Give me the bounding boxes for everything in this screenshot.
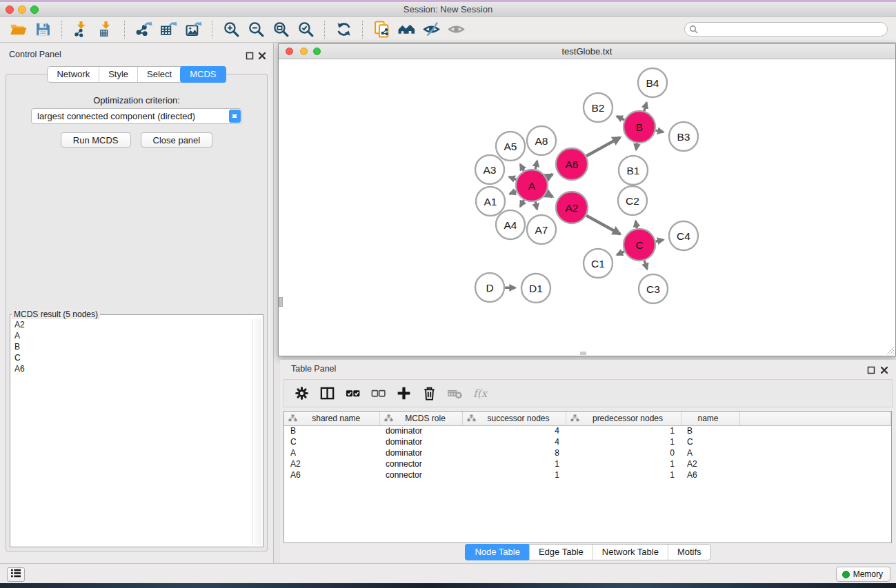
table-row[interactable]: Adominator80A [284,447,891,458]
network-window-titlebar[interactable]: testGlobe.txt [279,44,895,59]
mcds-result-item[interactable]: B [12,341,252,352]
import-table-icon[interactable] [95,19,116,40]
graph-edge-B-B3[interactable] [655,130,663,132]
graph-edge-A-A3[interactable] [509,177,516,180]
graph-node-A7[interactable]: A7 [527,215,556,244]
cell-MCDS-role[interactable]: connector [379,458,462,469]
graph-edge-C-C2[interactable] [636,221,637,229]
network-canvas[interactable]: B4B2BB3A8A5A6A3B1AC2A1A2A4A7C4CC1DD1C3 [279,59,895,356]
cell-successor-nodes[interactable]: 4 [462,425,566,436]
cell-predecessor-nodes[interactable]: 1 [566,436,681,447]
graph-edge-A2-C[interactable] [586,216,620,234]
tab-select[interactable]: Select [137,67,181,82]
graph-node-B3[interactable]: B3 [669,122,698,151]
graph-edge-A-A8[interactable] [535,161,537,169]
mcds-result-item[interactable]: A [12,330,252,341]
cell-shared-name[interactable]: B [284,425,379,436]
cell-shared-name[interactable]: C [284,436,379,447]
zoom-in-icon[interactable] [221,19,241,40]
graph-node-C2[interactable]: C2 [618,186,647,215]
graph-node-A2[interactable]: A2 [556,192,588,223]
tab-network[interactable]: Network [48,67,99,82]
close-table-panel-icon[interactable] [880,365,888,373]
float-panel-icon[interactable] [246,50,254,59]
column-header-MCDS-role[interactable]: MCDS role [379,412,462,425]
add-column-icon[interactable] [395,384,413,403]
cell-MCDS-role[interactable]: dominator [379,425,462,436]
table-tab-node-table[interactable]: Node Table [465,544,530,560]
graph-node-A6[interactable]: A6 [556,148,588,180]
task-history-button[interactable] [7,567,25,582]
column-header-predecessor-nodes[interactable]: predecessor nodes [566,412,681,425]
delete-columns-icon[interactable] [420,384,439,403]
table-row[interactable]: A2connector11A2 [284,458,891,469]
export-table-icon[interactable] [158,19,179,40]
graph-edge-A-A7[interactable] [535,201,537,209]
graph-edge-C-C4[interactable] [656,240,664,241]
cell-successor-nodes[interactable]: 1 [462,458,566,469]
graph-node-B[interactable]: B [624,111,655,143]
close-panel-button[interactable]: Close panel [141,132,213,148]
column-header-shared-name[interactable]: shared name [284,412,379,425]
graph-edge-A6-B[interactable] [586,137,620,156]
cell-name[interactable]: A2 [681,458,739,469]
export-network-icon[interactable] [133,19,154,40]
cell-shared-name[interactable]: A6 [284,469,379,480]
graph-node-C1[interactable]: C1 [584,249,613,278]
cell-shared-name[interactable]: A [284,447,379,458]
export-image-icon[interactable] [183,19,203,40]
graph-node-C[interactable]: C [624,229,655,261]
graph-node-B2[interactable]: B2 [584,93,613,122]
mcds-result-item[interactable]: A2 [12,319,252,330]
table-tab-network-table[interactable]: Network Table [593,545,668,560]
graph-edge-B-B2[interactable] [617,116,624,120]
float-table-panel-icon[interactable] [867,365,875,373]
cell-name[interactable]: C [681,436,739,447]
graph-node-A1[interactable]: A1 [476,187,505,216]
cell-name[interactable]: A [681,447,739,458]
graph-edge-C-C3[interactable] [644,261,647,270]
folder-open-icon[interactable] [8,19,28,40]
cell-MCDS-role[interactable]: connector [379,469,462,480]
cell-predecessor-nodes[interactable]: 1 [566,458,681,469]
column-header-name[interactable]: name [681,412,739,425]
graph-edge-A-A6[interactable] [546,174,552,178]
cell-predecessor-nodes[interactable]: 1 [566,469,681,480]
import-network-icon[interactable] [70,19,91,40]
cell-name[interactable]: A6 [681,469,739,480]
graph-node-A5[interactable]: A5 [496,132,525,161]
graphics-details-icon[interactable] [421,19,441,40]
horizontal-scrollbar-thumb[interactable] [580,352,586,355]
graph-edge-B-B4[interactable] [644,103,647,111]
graph-node-C3[interactable]: C3 [639,274,668,303]
window-resize-grip[interactable] [885,345,895,355]
split-view-icon[interactable] [318,384,337,403]
cell-MCDS-role[interactable]: dominator [379,447,462,458]
graph-node-D[interactable]: D [475,273,504,302]
network-from-selection-icon[interactable] [371,19,392,40]
result-list-scrollbar[interactable] [252,319,261,545]
first-neighbors-icon[interactable] [396,19,417,40]
table-row[interactable]: Bdominator41B [284,425,891,436]
graph-edge-A-A4[interactable] [520,200,524,207]
vertical-scrollbar-thumb[interactable] [279,297,283,307]
refresh-icon[interactable] [333,19,354,40]
close-panel-icon[interactable] [258,50,266,59]
search-input[interactable] [698,23,887,35]
graph-edge-C-C1[interactable] [617,252,624,255]
zoom-out-icon[interactable] [246,19,266,40]
zoom-fit-icon[interactable] [270,19,291,40]
mcds-result-item[interactable]: C [12,352,252,363]
table-tab-motifs[interactable]: Motifs [668,545,710,560]
cell-predecessor-nodes[interactable]: 0 [566,447,681,458]
zoom-selected-icon[interactable] [295,19,316,40]
graph-edge-B-B1[interactable] [636,143,637,150]
select-all-columns-icon[interactable] [344,384,362,403]
cell-MCDS-role[interactable]: dominator [379,436,462,447]
cell-successor-nodes[interactable]: 4 [462,436,566,447]
graph-node-D1[interactable]: D1 [521,274,550,303]
settings-icon[interactable] [292,384,311,403]
run-mcds-button[interactable]: Run MCDS [61,132,131,148]
graph-node-B4[interactable]: B4 [638,68,667,97]
graph-edge-A-A5[interactable] [520,164,524,171]
